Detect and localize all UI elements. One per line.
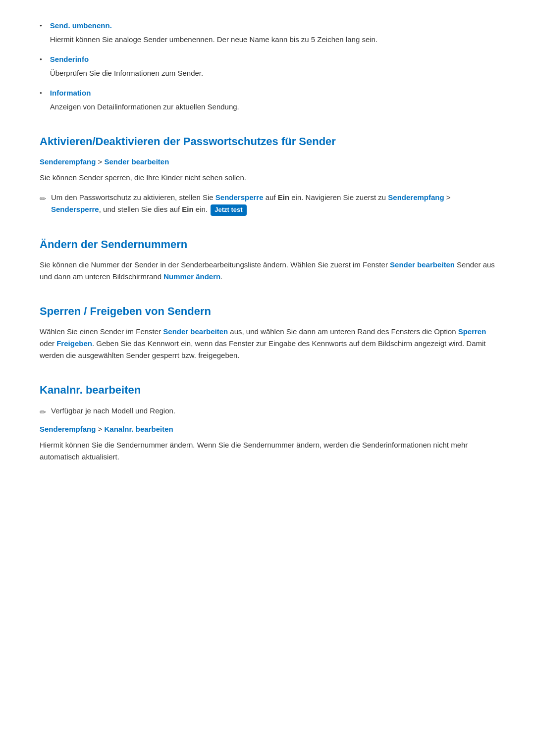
breadcrumb-kanalnr-bearbeiten[interactable]: Kanalnr. bearbeiten [104,425,173,433]
note-link-senderempfang[interactable]: Senderempfang [388,193,444,202]
section3-body-end: . Geben Sie das Kennwort ein, wenn das F… [40,339,485,359]
breadcrumb-sep-1: > [96,157,104,166]
link-sender-bearbeiten-3[interactable]: Sender bearbeiten [163,327,228,336]
breadcrumb-sep-2: > [96,425,104,433]
bullet-dot-1: ● [40,23,42,29]
link-senderinfo[interactable]: Senderinfo [50,55,89,63]
section-sperren-freigeben: Sperren / Freigeben von Sendern Wählen S… [40,302,495,361]
section4-note-row: ✏ Verfügbar je nach Modell und Region. [40,405,495,419]
section-sendernummern: Ändern der Sendernummern Sie können die … [40,236,495,283]
breadcrumb-sender-bearbeiten-1[interactable]: Sender bearbeiten [104,157,169,166]
jetzt-test-badge[interactable]: Jetzt test [211,204,246,216]
bullet-item-information: ● Information Anzeigen von Detailinforma… [40,87,495,113]
breadcrumb-senderempfang-2[interactable]: Senderempfang [40,425,96,433]
link-send-umbenenn[interactable]: Send. umbenenn. [50,21,112,30]
pencil-icon-2: ✏ [40,406,46,419]
note-mid3: , und stellen Sie dies auf [99,205,182,213]
section-kanalnr-bearbeiten: Kanalnr. bearbeiten ✏ Verfügbar je nach … [40,381,495,463]
section2-body: Sie können die Nummer der Sender in der … [40,259,495,283]
note-bold1: Ein [278,193,289,202]
note-link-sendersperre-1[interactable]: Sendersperre [215,193,264,202]
bullet-item-send-umbenenn: ● Send. umbenenn. Hiermit können Sie ana… [40,20,495,46]
section3-body-mid: aus, und wählen Sie dann am unteren Rand… [228,327,458,336]
note-mid4: ein. [194,205,208,213]
note-sep: > [444,193,451,202]
section1-body: Sie können Sender sperren, die Ihre Kind… [40,172,495,184]
bullet-content-1: Send. umbenenn. Hiermit können Sie analo… [50,20,495,46]
bullet-content-2: Senderinfo Überprüfen Sie die Informatio… [50,53,495,79]
bullet-list: ● Send. umbenenn. Hiermit können Sie ana… [40,20,495,113]
bullet-desc-1: Hiermit können Sie analoge Sender umbene… [50,34,495,46]
link-sperren[interactable]: Sperren [458,327,486,336]
section3-body: Wählen Sie einen Sender im Fenster Sende… [40,326,495,361]
note-bold2: Ein [182,205,193,213]
section2-body-pre: Sie können die Nummer der Sender in der … [40,260,390,269]
link-nummer-aendern[interactable]: Nummer ändern [163,272,220,281]
note-mid1: auf [264,193,278,202]
link-information[interactable]: Information [50,89,91,97]
section2-heading: Ändern der Sendernummern [40,236,495,253]
bullet-desc-2: Überprüfen Sie die Informationen zum Sen… [50,67,495,79]
note-link-sendersperre-2[interactable]: Sendersperre [51,205,99,213]
note-mid2: ein. Navigieren Sie zuerst zu [289,193,388,202]
bullet-desc-3: Anzeigen von Detailinformationen zur akt… [50,101,495,113]
section2-body-end: . [220,272,222,281]
section1-breadcrumb: Senderempfang > Sender bearbeiten [40,156,495,168]
section4-heading: Kanalnr. bearbeiten [40,381,495,399]
bullet-dot-2: ● [40,56,42,63]
section4-note-text: Verfügbar je nach Modell und Region. [51,405,175,417]
bullet-content-3: Information Anzeigen von Detailinformati… [50,87,495,113]
section1-heading: Aktivieren/Deaktivieren der Passwortschu… [40,133,495,150]
section-passwortschutz: Aktivieren/Deaktivieren der Passwortschu… [40,133,495,216]
bullet-dot-3: ● [40,90,42,97]
section4-breadcrumb: Senderempfang > Kanalnr. bearbeiten [40,423,495,435]
breadcrumb-senderempfang-1[interactable]: Senderempfang [40,157,96,166]
section4-body: Hiermit können Sie die Sendernummer ände… [40,439,495,463]
link-sender-bearbeiten-2[interactable]: Sender bearbeiten [390,260,455,269]
section3-body-pre: Wählen Sie einen Sender im Fenster [40,327,163,336]
note-pre-1: Um den Passwortschutz zu aktivieren, ste… [51,193,215,202]
pencil-icon-1: ✏ [40,193,46,205]
section1-note-row: ✏ Um den Passwortschutz zu aktivieren, s… [40,192,495,216]
bullet-item-senderinfo: ● Senderinfo Überprüfen Sie die Informat… [40,53,495,79]
section1-note-text: Um den Passwortschutz zu aktivieren, ste… [51,192,495,216]
section3-heading: Sperren / Freigeben von Sendern [40,302,495,320]
section3-body-mid2: oder [40,339,56,348]
link-freigeben[interactable]: Freigeben [56,339,92,348]
